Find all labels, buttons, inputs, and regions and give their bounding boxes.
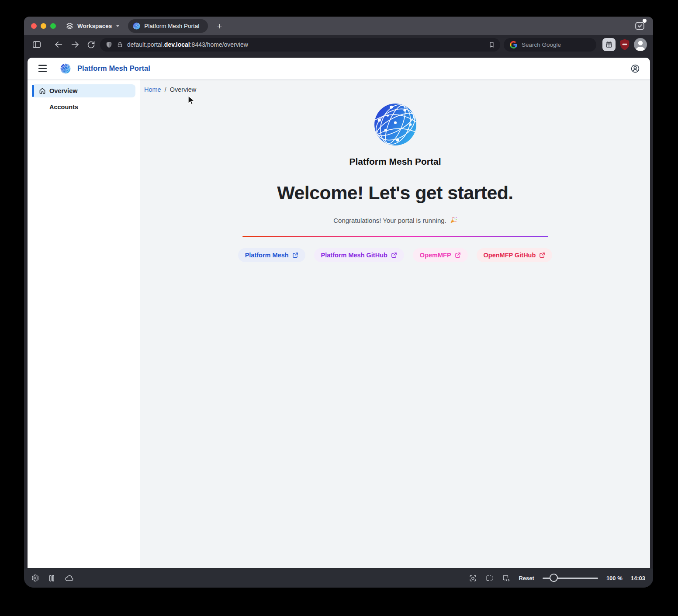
gift-icon [605,41,613,48]
link-platform-mesh-github[interactable]: Platform Mesh GitHub [314,248,404,262]
breadcrumb-separator: / [165,86,166,93]
zoom-window-button[interactable] [50,23,56,29]
browser-status-bar: Reset 100 % 14:03 [24,568,653,588]
external-link-icon [455,252,461,258]
google-logo-icon [510,41,517,48]
app-title: Platform Mesh Portal [77,64,150,73]
congrats-message: Congratulations! Your portal is running. [333,217,457,224]
lock-icon[interactable] [117,41,123,48]
close-window-button[interactable] [31,23,37,29]
sidebar-item-overview[interactable]: Overview [32,84,135,97]
gift-extension-button[interactable] [602,38,616,51]
reset-button[interactable]: Reset [519,575,534,581]
app-header: Platform Mesh Portal [28,58,650,80]
screenshot-stage: Workspaces Platform Mesh Portal + [0,0,678,616]
zoom-slider[interactable] [543,574,598,582]
tracking-shield-icon[interactable] [105,41,113,48]
external-link-icon [292,252,298,258]
workspaces-switcher[interactable]: Workspaces [66,22,120,30]
breadcrumb: Home / Overview [144,86,650,93]
sidebar-nav: Overview Accounts [28,80,140,568]
workspaces-layers-icon [66,22,74,30]
sidebar-item-label: Accounts [49,104,78,111]
bookmark-icon[interactable] [488,41,495,48]
minimize-window-button[interactable] [41,23,46,29]
tab-favicon-globe-icon [133,22,140,30]
pause-icon[interactable] [48,574,55,582]
link-opemmfp[interactable]: OpemMFP [413,248,468,262]
breadcrumb-current: Overview [170,86,196,93]
cloud-icon[interactable] [64,574,74,582]
slider-knob[interactable] [550,574,558,582]
sidebar-item-label: Overview [49,87,78,94]
external-link-icon [539,252,545,258]
workspaces-label: Workspaces [77,23,112,29]
tab-title: Platform Mesh Portal [144,23,199,29]
screenshot-focus-icon[interactable] [469,574,477,582]
menu-hamburger-button[interactable] [38,64,48,73]
browser-toolbar: default.portal.dev.local:8443/home/overv… [24,35,653,54]
link-platform-mesh[interactable]: Platform Mesh [238,248,305,262]
link-openmfp-github[interactable]: OpenMFP GitHub [477,248,553,262]
updates-check-button[interactable] [633,20,646,31]
zoom-level: 100 % [606,575,623,581]
web-page: Platform Mesh Portal [28,58,650,568]
main-content: Home / Overview Platform Mesh Portal Wel… [140,80,650,568]
home-icon [38,87,46,95]
account-person-icon [630,64,640,73]
browser-window: Workspaces Platform Mesh Portal + [24,17,653,588]
search-bar[interactable]: Search Google [504,38,596,52]
sidebar-toggle-icon[interactable] [30,38,43,51]
forward-button[interactable] [69,38,82,51]
search-placeholder: Search Google [522,42,561,48]
browser-tab-bar: Workspaces Platform Mesh Portal + [24,17,653,35]
external-link-icon [391,252,397,258]
hero-globe-logo [373,102,418,147]
sidebar-item-accounts[interactable]: Accounts [32,100,135,114]
app-logo-globe-icon [60,63,71,74]
settings-gear-icon[interactable] [31,574,39,582]
split-view-icon[interactable] [485,574,494,582]
clock-time: 14:03 [631,575,645,581]
code-export-icon[interactable] [502,574,510,582]
welcome-heading: Welcome! Let's get started. [277,182,513,204]
back-button[interactable] [52,38,65,51]
breadcrumb-home-link[interactable]: Home [144,86,161,93]
active-accent-bar [32,85,34,97]
address-bar[interactable]: default.portal.dev.local:8443/home/overv… [100,38,500,52]
chevron-down-icon [115,24,120,28]
profile-avatar-icon[interactable] [634,38,647,51]
reload-button[interactable] [84,38,97,51]
account-button[interactable] [630,64,640,73]
hero-brand-title: Platform Mesh Portal [349,156,441,167]
adblock-shield-icon[interactable] [619,38,630,51]
gradient-divider [242,236,548,237]
party-popper-emoji [450,217,457,224]
new-tab-button[interactable]: + [214,21,225,31]
window-controls [31,23,56,29]
welcome-hero: Platform Mesh Portal Welcome! Let's get … [140,102,650,262]
quick-links: Platform Mesh Platform Mesh GitHub OpemM… [238,248,553,262]
url-text: default.portal.dev.local:8443/home/overv… [127,41,248,48]
browser-tab[interactable]: Platform Mesh Portal [128,19,208,33]
notification-dot [643,19,647,23]
